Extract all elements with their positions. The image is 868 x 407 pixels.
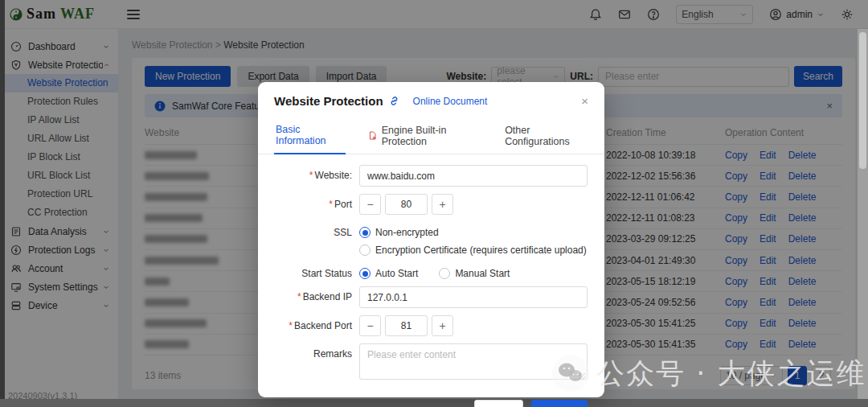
port-field-label: *Port [258,194,359,210]
backend-port-field-label: *Backend Port [258,315,359,331]
scrollbar-thumb[interactable] [859,32,866,169]
remarks-field-label: Remarks [258,343,359,360]
backend-port-increment-button[interactable]: + [432,315,453,336]
radio-auto-start[interactable]: Auto Start [359,268,418,279]
radio-label: Manual Start [455,268,510,279]
port-value[interactable]: 80 [385,194,428,215]
radio-non-encrypted[interactable]: Non-encrypted [359,227,588,238]
tab-basic-information[interactable]: Basic Information [274,119,346,154]
backend-port-decrement-button[interactable]: − [359,315,381,336]
backend-ip-input[interactable] [359,286,588,308]
radio-encryption-certificate[interactable]: Encryption Certificate (requires certifi… [359,245,588,256]
port-increment-button[interactable]: + [432,194,453,215]
ssl-radio-group: Non-encrypted Encryption Certificate (re… [359,222,588,256]
radio-dot [359,268,371,279]
radio-label: Non-encrypted [375,227,439,238]
backend-ip-field-label: *Backend IP [258,286,359,302]
close-button[interactable]: Close [474,400,523,407]
website-field-label: *Website: [258,165,359,181]
start-status-radio-group: Auto Start Manual Start [359,263,588,279]
tab-engine-built-in-protection[interactable]: Engine Built-in Protection [366,119,482,154]
port-decrement-button[interactable]: − [359,194,381,215]
website-protection-modal: Website Protection Online Document × Bas… [258,82,604,397]
radio-dot [439,268,450,279]
radio-dot [359,245,371,256]
radio-dot [359,227,371,238]
tab-label: Engine Built-in Protection [382,125,481,147]
remarks-textarea[interactable] [359,343,588,380]
online-document-link[interactable]: Online Document [413,96,488,107]
start-status-field-label: Start Status [258,263,359,279]
website-field-input[interactable] [359,165,588,187]
link-icon [388,95,400,107]
window-left-edge [0,0,5,407]
modal-title: Website Protection [274,94,383,108]
resize-grip[interactable] [579,373,585,380]
required-mark: * [329,199,333,210]
modal-header: Website Protection Online Document × [258,82,604,113]
red-file-icon [368,130,377,141]
modal-tabs: Basic Information Engine Built-in Protec… [258,119,604,154]
confirm-button[interactable]: Confirm [531,400,588,407]
modal-footer: Close Confirm [258,390,604,407]
required-mark: * [289,320,293,331]
required-mark: * [297,291,301,302]
backend-port-value[interactable]: 81 [385,315,428,336]
radio-label: Auto Start [375,268,418,279]
modal-close-icon[interactable]: × [581,95,588,107]
radio-label: Encryption Certificate (requires certifi… [375,245,587,256]
vertical-scrollbar[interactable] [858,29,868,399]
required-mark: * [309,170,313,181]
ssl-field-label: SSL [258,222,359,238]
radio-manual-start[interactable]: Manual Start [439,268,510,279]
tab-other-configurations[interactable]: Other Configurations [503,119,588,154]
modal-body: *Website: *Port − 80 + SSL Non-encrypted… [258,154,604,383]
